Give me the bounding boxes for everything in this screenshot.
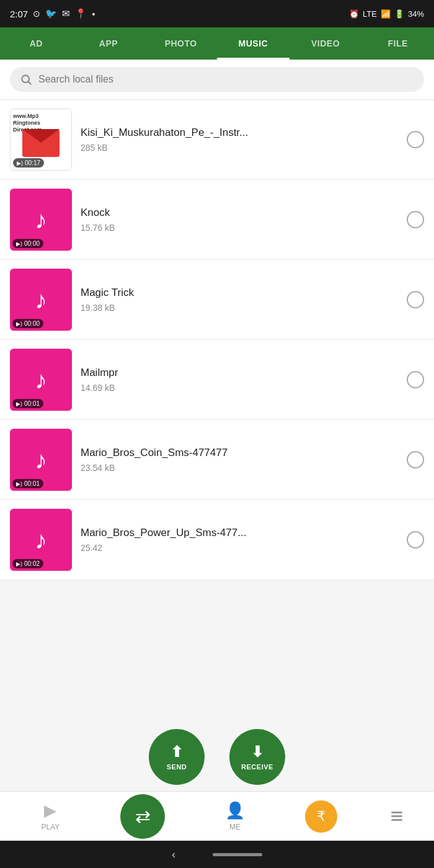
play-icon: ▶) [16,321,22,327]
sys-nav-inner: ‹ [172,848,262,861]
file-size: 19.38 kB [81,303,398,313]
home-button[interactable] [213,853,262,856]
duration-badge: ▶) 00:01 [12,399,43,408]
file-select-radio[interactable] [407,531,424,548]
search-icon [20,73,32,86]
send-icon: ⬆ [170,743,184,761]
file-info: Magic Trick 19.38 kB [81,287,398,313]
tab-video[interactable]: VIDEO [290,27,362,60]
receive-button[interactable]: ⬇ RECEIVE [229,729,285,785]
search-wrap[interactable] [10,67,424,92]
tab-music[interactable]: MUSIC [217,27,290,60]
search-input[interactable] [38,74,414,85]
file-size: 25.42 [81,543,398,553]
duration-text: 00:01 [24,400,40,407]
file-select-radio[interactable] [407,131,424,148]
duration-text: 00:01 [24,480,40,487]
duration-text: 00:17 [25,159,40,166]
send-label: SEND [167,763,187,771]
me-label: ME [229,823,241,831]
send-button[interactable]: ⬆ SEND [149,729,205,785]
back-button[interactable]: ‹ [172,848,175,861]
coin-button[interactable]: ₹ [305,800,337,833]
play-nav-icon: ▶ [44,801,56,820]
file-name: Mario_Bros_Coin_Sms-477477 [81,447,398,459]
status-bar: 2:07 ⊙ 🐦 ✉ 📍 • ⏰ LTE 📶 🔋 34% [0,0,434,27]
music-note-icon: ♪ [35,206,47,234]
time: 2:07 [10,9,28,19]
duration-badge: ▶) 00:02 [12,559,43,568]
file-thumbnail[interactable]: ♪ ▶) 00:01 [10,429,72,491]
list-item: www.Mp3RingtonesDirect.com ▶) 00:17 Kisi… [0,100,434,180]
tab-file[interactable]: FILE [361,27,434,60]
bottom-nav: ▶ PLAY ⇄ 👤 ME ₹ [0,791,434,841]
battery-label: 34% [408,9,424,19]
file-thumbnail[interactable]: ♪ ▶) 00:02 [10,509,72,571]
mail-icon: ✉ [62,8,70,19]
transfer-icon: ⇄ [135,805,151,827]
file-size: 285 kB [81,143,398,153]
nav-play[interactable]: ▶ PLAY [32,801,69,831]
file-info: Kisi_Ki_Muskurahaton_Pe_-_Instr... 285 k… [81,127,398,153]
file-thumbnail[interactable]: ♪ ▶) 00:01 [10,349,72,411]
duration-badge: ▶) 00:00 [12,319,43,328]
tab-ad[interactable]: AD [0,27,73,60]
play-icon: ▶) [17,160,23,166]
file-name: Mailmpr [81,367,398,379]
file-info: Knock 15.76 kB [81,207,398,233]
list-item: ♪ ▶) 00:00 Knock 15.76 kB [0,180,434,260]
maps-icon: 📍 [75,8,87,19]
file-info: Mario_Bros_Coin_Sms-477477 23.54 kB [81,447,398,473]
duration-text: 00:00 [24,240,40,247]
receive-icon: ⬇ [251,743,264,761]
duration-text: 00:02 [24,560,40,567]
play-icon: ▶) [16,561,22,567]
file-thumbnail[interactable]: ♪ ▶) 00:00 [10,269,72,331]
file-name: Kisi_Ki_Muskurahaton_Pe_-_Instr... [81,127,398,139]
file-select-radio[interactable] [407,451,424,468]
list-item: ♪ ▶) 00:01 Mario_Bros_Coin_Sms-477477 23… [0,420,434,500]
fab-area: ⬆ SEND ⬇ RECEIVE [0,729,434,785]
play-label: PLAY [41,823,60,831]
file-info: Mailmpr 14.69 kB [81,367,398,393]
file-thumbnail[interactable]: www.Mp3RingtonesDirect.com ▶) 00:17 [10,109,72,171]
duration-text: 00:00 [24,320,40,327]
play-icon: ▶) [16,241,22,247]
duration-badge: ▶) 00:00 [12,239,43,248]
file-select-radio[interactable] [407,371,424,388]
file-select-radio[interactable] [407,211,424,228]
play-icon: ▶) [16,401,22,407]
list-item: ♪ ▶) 00:00 Magic Trick 19.38 kB [0,260,434,340]
file-thumbnail[interactable]: ♪ ▶) 00:00 [10,189,72,251]
nav-me[interactable]: 👤 ME [216,801,254,831]
alarm-icon: ⏰ [349,9,359,19]
file-select-radio[interactable] [407,291,424,308]
file-info: Mario_Bros_Power_Up_Sms-477... 25.42 [81,527,398,553]
music-note-icon: ♪ [35,446,47,474]
svg-line-1 [29,82,32,85]
network-label: LTE [363,9,377,19]
tab-photo[interactable]: PHOTO [144,27,217,60]
file-name: Knock [81,207,398,219]
music-note-icon: ♪ [35,526,47,554]
menu-bars-icon[interactable] [391,812,402,821]
system-nav: ‹ [0,841,434,868]
file-size: 23.54 kB [81,463,398,473]
chrome-icon: ⊙ [33,9,40,19]
tab-app[interactable]: APP [73,27,145,60]
envelope-icon [22,129,60,157]
svg-point-0 [22,75,29,83]
nav-transfer-button[interactable]: ⇄ [120,794,165,839]
tab-bar: AD APP PHOTO MUSIC VIDEO FILE [0,27,434,60]
person-icon: 👤 [225,801,245,820]
file-name: Magic Trick [81,287,398,299]
status-right: ⏰ LTE 📶 🔋 34% [349,9,424,19]
duration-badge: ▶) 00:17 [13,158,44,168]
music-note-icon: ♪ [35,366,47,394]
search-bar [0,60,434,100]
rupee-icon: ₹ [317,808,326,825]
list-item: ♪ ▶) 00:01 Mailmpr 14.69 kB [0,340,434,420]
file-name: Mario_Bros_Power_Up_Sms-477... [81,527,398,539]
dot-indicator: • [92,9,95,19]
file-size: 15.76 kB [81,223,398,233]
